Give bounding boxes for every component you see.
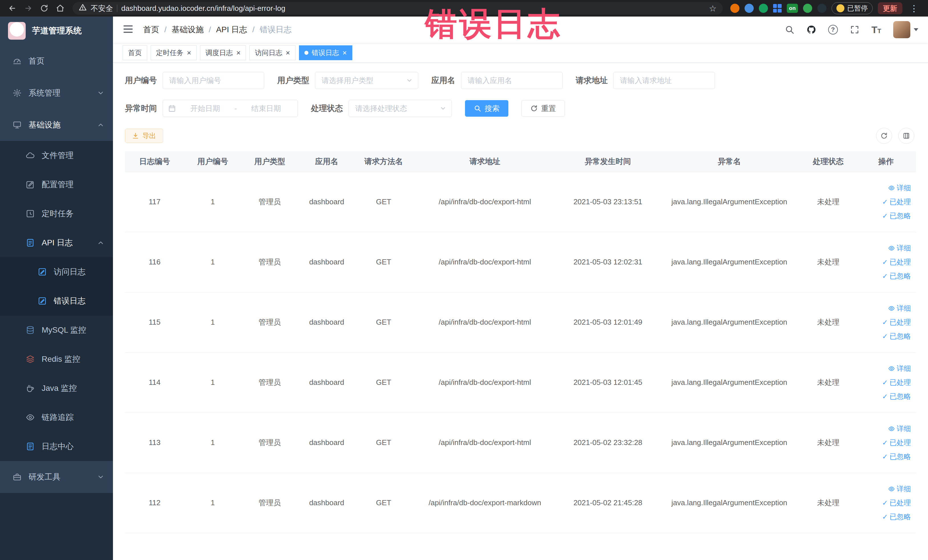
field-label: 用户类型	[277, 75, 309, 86]
extension-icon[interactable]	[730, 4, 739, 13]
sidebar-item-mysql-monitor[interactable]: MySQL 监控	[0, 316, 113, 345]
tab-scheduled-jobs[interactable]: 定时任务 ×	[151, 45, 197, 60]
home-icon[interactable]	[53, 2, 67, 15]
detail-link[interactable]: 详细	[888, 183, 911, 192]
mark-ignored-link[interactable]: ✓ 已忽略	[882, 512, 911, 522]
extension-icon[interactable]	[759, 4, 768, 13]
table-row[interactable]: 117 1 管理员 dashboard GET /api/infra/db-do…	[125, 172, 916, 232]
sidebar-item-api-log[interactable]: API 日志	[0, 228, 113, 257]
breadcrumb-item[interactable]: 首页	[143, 24, 159, 35]
mark-processed-link[interactable]: ✓ 已处理	[882, 438, 911, 447]
sidebar-item-system[interactable]: 系统管理	[0, 77, 113, 109]
check-icon: ✓	[882, 378, 888, 386]
process-status-select[interactable]: 请选择处理状态	[349, 100, 452, 117]
sidebar-item-redis-monitor[interactable]: Redis 监控	[0, 345, 113, 374]
bookmark-star-icon[interactable]: ☆	[709, 3, 717, 14]
date-separator: -	[235, 104, 237, 113]
sidebar-item-log-center[interactable]: 日志中心	[0, 432, 113, 461]
mark-ignored-link[interactable]: ✓ 已忽略	[882, 331, 911, 341]
sidebar-item-home[interactable]: 首页	[0, 45, 113, 77]
browser-menu-icon[interactable]: ⋮	[907, 3, 920, 14]
detail-link[interactable]: 详细	[888, 304, 911, 313]
sidebar-item-scheduled-jobs[interactable]: 定时任务	[0, 199, 113, 228]
mark-processed-link[interactable]: ✓ 已处理	[882, 197, 911, 206]
app-name-input[interactable]	[461, 72, 563, 89]
font-size-icon[interactable]: TT	[872, 24, 881, 35]
fullscreen-icon[interactable]	[850, 25, 859, 35]
extension-on-badge[interactable]: on	[787, 4, 798, 13]
check-icon: ✓	[882, 392, 888, 401]
extension-leaf-icon[interactable]	[803, 4, 812, 13]
sidebar-item-access-log[interactable]: 访问日志	[0, 257, 113, 287]
reload-icon[interactable]	[37, 2, 51, 15]
close-icon[interactable]: ×	[285, 49, 290, 56]
detail-link[interactable]: 详细	[888, 424, 911, 433]
tab-home[interactable]: 首页	[123, 45, 147, 60]
request-url-input[interactable]	[614, 72, 715, 89]
mark-processed-link[interactable]: ✓ 已处理	[882, 498, 911, 508]
hamburger-icon[interactable]	[123, 24, 133, 36]
tab-job-log[interactable]: 调度日志 ×	[200, 45, 246, 60]
mark-processed-link[interactable]: ✓ 已处理	[882, 317, 911, 327]
help-icon[interactable]: ?	[828, 25, 838, 35]
sidebar-item-java-monitor[interactable]: Java 监控	[0, 374, 113, 403]
sidebar-item-label: Redis 监控	[42, 354, 80, 365]
close-icon[interactable]: ×	[343, 49, 347, 56]
github-icon[interactable]	[806, 25, 816, 35]
reset-button[interactable]: 重置	[522, 100, 565, 117]
cell-app-name: dashboard	[298, 292, 355, 352]
breadcrumb-item[interactable]: 基础设施	[172, 24, 204, 35]
mark-ignored-link[interactable]: ✓ 已忽略	[882, 452, 911, 461]
sidebar-item-infra[interactable]: 基础设施	[0, 109, 113, 141]
mark-ignored-link[interactable]: ✓ 已忽略	[882, 211, 911, 221]
avatar[interactable]	[893, 21, 910, 38]
sidebar-item-label: 错误日志	[53, 296, 85, 307]
address-bar[interactable]: 不安全 dashboard.yudao.iocoder.cn/infra/log…	[72, 2, 723, 15]
table-row[interactable]: 115 1 管理员 dashboard GET /api/infra/db-do…	[125, 292, 916, 352]
mark-processed-link[interactable]: ✓ 已处理	[882, 257, 911, 267]
table-row[interactable]: 113 1 管理员 dashboard GET /api/infra/db-do…	[125, 412, 916, 473]
table-row[interactable]: 116 1 管理员 dashboard GET /api/infra/db-do…	[125, 232, 916, 292]
user-id-input[interactable]	[163, 72, 264, 89]
close-icon[interactable]: ×	[236, 49, 241, 56]
cell-request-url: /api/infra/db-doc/export-html	[412, 352, 558, 412]
table-row[interactable]: 114 1 管理员 dashboard GET /api/infra/db-do…	[125, 352, 916, 412]
date-range-picker[interactable]: 开始日期 - 结束日期	[163, 100, 298, 117]
breadcrumb-item[interactable]: API 日志	[216, 24, 247, 35]
extension-icon[interactable]	[745, 4, 754, 13]
forward-icon[interactable]	[21, 2, 35, 15]
sidebar-item-config-management[interactable]: 配置管理	[0, 170, 113, 199]
update-button[interactable]: 更新	[878, 2, 902, 14]
mark-ignored-link[interactable]: ✓ 已忽略	[882, 392, 911, 401]
close-icon[interactable]: ×	[187, 49, 191, 56]
detail-link[interactable]: 详细	[888, 364, 911, 373]
detail-link[interactable]: 详细	[888, 484, 911, 493]
back-icon[interactable]	[5, 2, 20, 15]
sidebar-item-dev-tools[interactable]: 研发工具	[0, 461, 113, 493]
table-settings	[876, 128, 916, 144]
extension-grid-icon[interactable]	[773, 4, 781, 12]
export-button[interactable]: 导出	[125, 129, 163, 143]
sidebar-item-trace[interactable]: 链路追踪	[0, 403, 113, 432]
tab-access-log[interactable]: 访问日志 ×	[249, 45, 295, 60]
extension-tree-icon[interactable]	[817, 4, 826, 13]
column-header: 异常名	[658, 151, 800, 172]
column-header: 异常发生时间	[558, 151, 658, 172]
sidebar-item-file-management[interactable]: 文件管理	[0, 141, 113, 170]
detail-link[interactable]: 详细	[888, 243, 911, 253]
tab-error-log[interactable]: 错误日志 ×	[299, 45, 352, 60]
paused-badge[interactable]: 已暂停	[832, 2, 873, 14]
breadcrumb-separator: /	[164, 25, 166, 34]
search-icon[interactable]	[785, 25, 795, 35]
refresh-icon	[530, 105, 538, 112]
sidebar-item-error-log[interactable]: 错误日志	[0, 287, 113, 316]
mark-processed-link[interactable]: ✓ 已处理	[882, 378, 911, 387]
table-row[interactable]: 112 1 管理员 dashboard GET /api/infra/db-do…	[125, 473, 916, 533]
search-button[interactable]: 搜索	[465, 100, 508, 117]
user-menu[interactable]	[893, 21, 918, 38]
refresh-button[interactable]	[876, 128, 892, 144]
user-type-select[interactable]: 请选择用户类型	[315, 72, 418, 89]
check-icon: ✓	[882, 272, 888, 280]
mark-ignored-link[interactable]: ✓ 已忽略	[882, 271, 911, 281]
columns-button[interactable]	[898, 128, 914, 144]
